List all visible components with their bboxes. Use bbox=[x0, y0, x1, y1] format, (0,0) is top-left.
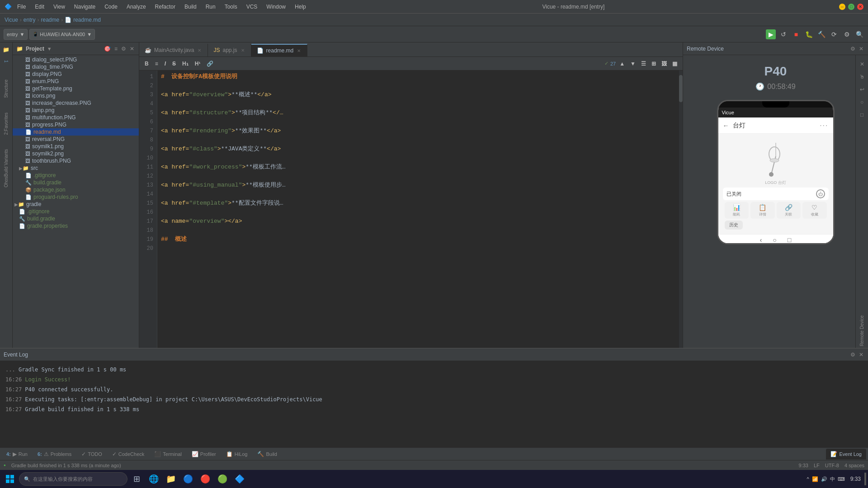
phone-ctrl-detail[interactable]: 📋 详情 bbox=[750, 202, 775, 219]
run-button[interactable]: ▶ bbox=[766, 29, 776, 39]
breadcrumb-readme-file[interactable]: readme.md bbox=[73, 17, 101, 23]
view-list-button[interactable]: ☰ bbox=[639, 60, 648, 68]
breadcrumb-entry[interactable]: entry bbox=[24, 17, 36, 23]
taskbar-clock[interactable]: 9:33 bbox=[850, 476, 861, 482]
panel-settings-button[interactable]: ⚙ bbox=[120, 45, 127, 53]
tray-keyboard[interactable]: ⌨ bbox=[838, 476, 845, 482]
remote-tool-3[interactable]: ↩ bbox=[857, 84, 868, 95]
tab-close-readme[interactable]: ✕ bbox=[296, 48, 302, 54]
menu-build[interactable]: Build bbox=[183, 3, 198, 11]
start-button[interactable] bbox=[2, 471, 18, 487]
bottom-tab-hilog[interactable]: 📋 HiLog bbox=[222, 449, 252, 460]
tab-close-mainactivity[interactable]: ✕ bbox=[197, 47, 202, 53]
sidebar-icon-2[interactable]: 1 bbox=[1, 56, 12, 67]
sidebar-label-structure[interactable]: Structure bbox=[4, 80, 9, 98]
tree-item-progress[interactable]: 🖼 progress.PNG bbox=[13, 121, 139, 128]
tree-item-gitignore-root[interactable]: 📄 .gitignore bbox=[13, 208, 139, 215]
phone-extra-button[interactable]: 历史 bbox=[725, 221, 743, 230]
project-dropdown-arrow[interactable]: ▼ bbox=[47, 46, 52, 52]
status-lf[interactable]: LF bbox=[814, 463, 820, 468]
phone-ctrl-link[interactable]: 🔗 关联 bbox=[777, 202, 801, 219]
strikethrough-button[interactable]: S bbox=[170, 60, 178, 68]
fold-up-button[interactable]: ▲ bbox=[618, 60, 627, 68]
menu-analyze[interactable]: Analyze bbox=[125, 3, 148, 11]
bottom-tab-run[interactable]: 4: ▶ Run bbox=[2, 449, 32, 460]
tree-item-reversal[interactable]: 🖼 reversal.PNG bbox=[13, 136, 139, 143]
sidebar-label-favorites[interactable]: 2:Favorites bbox=[4, 113, 9, 135]
taskbar-app3[interactable]: 🟢 bbox=[214, 471, 231, 487]
settings-button[interactable]: ⚙ bbox=[842, 29, 852, 39]
breadcrumb-vicue[interactable]: Vicue bbox=[5, 17, 18, 23]
bottom-tab-profiler[interactable]: 📈 Profiler bbox=[187, 449, 221, 460]
tree-item-gradle[interactable]: ▶ 📁 gradle bbox=[13, 201, 139, 208]
view-image-button[interactable]: 🖼 bbox=[660, 60, 669, 68]
phone-nav-home[interactable]: ○ bbox=[773, 236, 776, 244]
tree-item-package-json[interactable]: 📦 package.json bbox=[13, 186, 139, 193]
phone-back-button[interactable]: ← bbox=[723, 122, 729, 129]
tree-item-src[interactable]: ▶ 📁 src bbox=[13, 164, 139, 172]
restart-button[interactable]: ↺ bbox=[778, 29, 788, 39]
menu-refactor[interactable]: Refactor bbox=[153, 3, 177, 11]
taskbar-app1[interactable]: 🔵 bbox=[180, 471, 196, 487]
menu-file[interactable]: File bbox=[15, 3, 28, 11]
remote-settings-button[interactable]: ⚙ bbox=[849, 45, 856, 53]
align-button[interactable]: ≡ bbox=[153, 60, 160, 68]
panel-locate-button[interactable]: 🎯 bbox=[103, 45, 112, 53]
panel-close-button[interactable]: ✕ bbox=[129, 45, 135, 53]
phone-ctrl-energy[interactable]: 📊 能耗 bbox=[725, 202, 749, 219]
show-desktop[interactable] bbox=[864, 473, 866, 485]
menu-view[interactable]: View bbox=[52, 3, 67, 11]
remote-close-button[interactable]: ✕ bbox=[858, 45, 864, 53]
view-preview-button[interactable]: ▦ bbox=[670, 60, 679, 68]
tray-volume[interactable]: 🔊 bbox=[821, 476, 827, 482]
tree-item-lamp[interactable]: 🖼 lamp.png bbox=[13, 107, 139, 114]
remote-device-label[interactable]: Remote Device bbox=[859, 314, 865, 348]
bottom-tab-eventlog[interactable]: 📝 Event Log bbox=[826, 449, 866, 460]
sidebar-icon-1[interactable]: 📁 bbox=[1, 44, 12, 55]
tree-item-enum[interactable]: 🖼 enum.PNG bbox=[13, 78, 139, 85]
tray-expand[interactable]: ^ bbox=[807, 476, 809, 482]
menu-code[interactable]: Code bbox=[103, 3, 119, 11]
taskbar-task-view[interactable]: ⊞ bbox=[128, 471, 145, 487]
link-button[interactable]: 🔗 bbox=[205, 60, 215, 68]
menu-run[interactable]: Run bbox=[204, 3, 217, 11]
event-log-settings[interactable]: ⚙ bbox=[849, 351, 856, 359]
bottom-tab-todo[interactable]: ✓ TODO bbox=[77, 449, 107, 460]
tree-item-dialog-time[interactable]: 🖼 dialog_time.PNG bbox=[13, 63, 139, 70]
tab-close-appjs[interactable]: ✕ bbox=[240, 47, 245, 53]
tree-item-soymilk2[interactable]: 🖼 soymilk2.png bbox=[13, 150, 139, 157]
bottom-tab-problems[interactable]: 6: ⚠ Problems bbox=[33, 449, 76, 460]
italic-button[interactable]: I bbox=[163, 60, 168, 68]
debug-button[interactable]: 🐛 bbox=[804, 29, 814, 39]
tree-item-gettemplate[interactable]: 🖼 getTemplate.png bbox=[13, 85, 139, 92]
menu-navigate[interactable]: Navigate bbox=[72, 3, 97, 11]
tree-item-gitignore-entry[interactable]: 📄 .gitignore bbox=[13, 172, 139, 179]
remote-tool-1[interactable]: ✕ bbox=[857, 59, 868, 70]
tree-item-build-gradle-root[interactable]: 🔧 build.gradle bbox=[13, 215, 139, 222]
tray-ime[interactable]: 中 bbox=[830, 476, 835, 483]
tree-item-proguard[interactable]: 📄 proguard-rules.pro bbox=[13, 193, 139, 201]
taskbar-search-box[interactable]: 🔍 在这里输入你要搜索的内容 bbox=[19, 472, 127, 486]
fold-down-button[interactable]: ▼ bbox=[628, 60, 637, 68]
h1-button[interactable]: H¹ bbox=[193, 60, 203, 68]
taskbar-app4[interactable]: 🔷 bbox=[231, 471, 248, 487]
entry-dropdown[interactable]: entry ▼ bbox=[4, 29, 28, 40]
tree-item-toothbrush[interactable]: 🖼 toothbrush.PNG bbox=[13, 157, 139, 164]
remote-tool-4[interactable]: ○ bbox=[857, 97, 868, 108]
remote-tool-5[interactable]: □ bbox=[857, 109, 868, 120]
taskbar-edge[interactable]: 🌐 bbox=[146, 471, 162, 487]
phone-nav-back[interactable]: ‹ bbox=[760, 236, 762, 244]
tree-item-build-gradle-entry[interactable]: 🔧 build.gradle bbox=[13, 179, 139, 186]
tree-item-multifunction[interactable]: 🖼 multifunction.PNG bbox=[13, 114, 139, 121]
phone-power-button[interactable]: ⏻ bbox=[816, 189, 825, 198]
menu-vcs[interactable]: VCS bbox=[245, 3, 259, 11]
menu-window[interactable]: Window bbox=[264, 3, 288, 11]
editor-scrollbar[interactable] bbox=[679, 70, 683, 348]
remote-tool-2[interactable]: 🖱 bbox=[857, 71, 868, 82]
tab-appjs[interactable]: JS app.js ✕ bbox=[208, 44, 251, 56]
tab-mainactivity[interactable]: ☕ MainActivity.java ✕ bbox=[139, 44, 208, 56]
phone-ctrl-fav[interactable]: ♡ 收藏 bbox=[802, 202, 827, 219]
sidebar-label-ohos[interactable]: OhosBuild Variants bbox=[4, 149, 9, 188]
tree-item-icons[interactable]: 🖼 icons.png bbox=[13, 92, 139, 99]
event-log-close[interactable]: ✕ bbox=[858, 351, 864, 359]
